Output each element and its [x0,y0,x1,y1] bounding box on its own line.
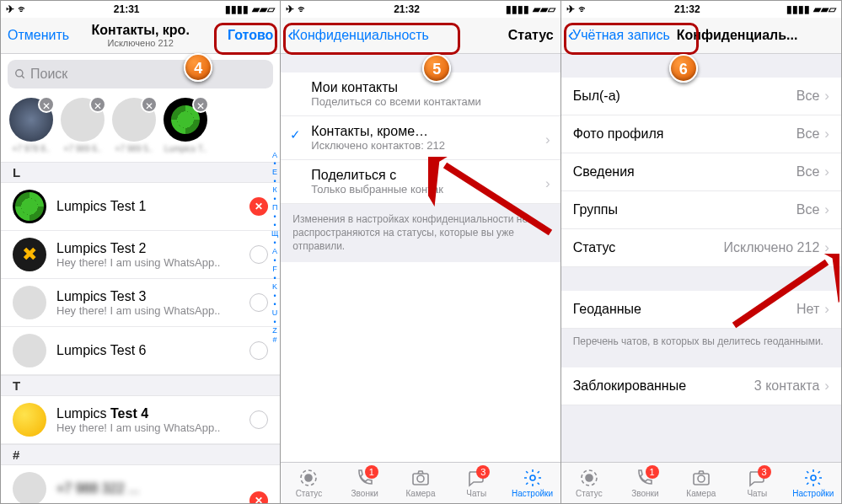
contact-row[interactable]: ✖︎ Lumpics Test 2Hey there! I am using W… [1,231,280,279]
status-time: 21:31 [114,3,140,15]
avatar: ✖︎ [13,238,46,271]
remove-icon: ✕ [38,96,55,113]
row-last-seen[interactable]: Был(-а)Все› [561,78,841,115]
selected-contact[interactable]: ✕Lumpics T.. [162,98,209,153]
tab-status[interactable]: Статус [561,463,617,503]
select-circle[interactable] [249,293,268,312]
svg-line-1 [22,76,24,78]
cancel-button[interactable]: Отменить [8,28,69,43]
nav-title: Контакты, кро. [91,23,189,38]
select-circle[interactable] [249,245,268,264]
svg-point-6 [530,475,535,480]
section-header: L [1,162,280,183]
tab-settings[interactable]: Настройки [504,463,560,503]
index-rail[interactable]: А•Е•К•П••Щ•А•F•K••U•Z# [271,151,278,345]
remove-icon: ✕ [192,96,209,113]
avatar [13,472,46,503]
airplane-icon: ✈︎ [6,3,14,15]
option-contacts-except[interactable]: ✓ Контакты, кроме…Исключено контактов: 2… [281,116,560,160]
tab-bar: Статус Звонки1 Камера Чаты3 Настройки [561,462,841,503]
selected-contact[interactable]: ✕+7 989 5.. [110,98,158,153]
svg-point-3 [305,475,312,481]
exclude-icon[interactable]: ✕ [249,491,268,503]
geo-note: Перечень чатов, в которых вы делитесь ге… [561,329,841,354]
back-button[interactable]: Учётная запись [572,28,670,43]
step-badge-6: 6 [669,54,698,83]
svg-point-10 [698,475,705,482]
remove-icon: ✕ [141,96,158,113]
row-live-location[interactable]: ГеоданныеНет› [561,291,841,329]
chevron-right-icon: › [824,88,829,105]
row-groups[interactable]: ГруппыВсе› [561,191,841,229]
tab-bar: Статус Звонки1 Камера Чаты3 Настройки [281,462,560,503]
tab-settings[interactable]: Настройки [786,463,841,503]
selected-contact[interactable]: ✕+7 989 6.. [59,98,106,153]
badge: 3 [476,465,490,479]
tab-chats[interactable]: Чаты3 [729,463,785,503]
status-bar: ✈︎ᯤ 21:32 ▮▮▮▮▰▰▱ [561,1,841,18]
privacy-note: Изменения в настройках конфиденциальност… [281,204,560,262]
row-about[interactable]: СведенияВсе› [561,153,841,191]
checkmark-icon: ✓ [290,127,301,142]
option-my-contacts[interactable]: Мои контактыПоделиться со всеми контакта… [281,72,560,116]
battery-icon: ▰▰▱ [252,3,275,15]
contact-row[interactable]: Lumpics Test 3Hey there! I am using What… [1,279,280,327]
row-status[interactable]: СтатусИсключено 212› [561,229,841,267]
section-header: T [1,375,280,396]
nav-subtitle: Исключено 212 [91,38,189,48]
contact-row[interactable]: Lumpics Test 4Hey there! I am using What… [1,396,280,444]
wifi-icon: ᯤ [18,3,28,15]
tab-calls[interactable]: Звонки1 [617,463,673,503]
selected-contacts-row: ✕+7 978 8.. ✕+7 989 6.. ✕+7 989 5.. ✕Lum… [1,94,280,162]
nav-title: Конфиденциаль... [677,28,798,43]
status-bar: ✈︎ᯤ 21:32 ▮▮▮▮▰▰▱ [281,1,560,18]
contact-row[interactable]: +7 988 322 ... ✕ [1,465,280,503]
tab-calls[interactable]: Звонки1 [337,463,393,503]
svg-point-5 [417,475,424,482]
avatar [13,403,46,437]
navbar: ‹ Учётная запись Конфиденциаль... [561,18,841,54]
tab-camera[interactable]: Камера [393,463,448,503]
section-header: # [1,444,280,465]
option-share-with[interactable]: Поделиться сТолько выбранные контак › [281,160,560,204]
exclude-icon[interactable]: ✕ [249,197,268,216]
selected-contact[interactable]: ✕+7 978 8.. [8,98,55,153]
pane-privacy-settings: ✈︎ᯤ 21:32 ▮▮▮▮▰▰▱ ‹ Учётная запись Конфи… [561,1,841,503]
contact-row[interactable]: Lumpics Test 6 [1,327,280,375]
remove-icon: ✕ [89,96,106,113]
contact-row[interactable]: Lumpics Test 1 ✕ [1,183,280,231]
select-circle[interactable] [249,341,268,360]
avatar [13,190,46,223]
tab-camera[interactable]: Камера [673,463,729,503]
navbar: ‹ Конфиденциальность Статус [281,18,560,54]
status-bar: ✈︎ᯤ 21:31 ▮▮▮▮▰▰▱ [1,1,280,18]
row-blocked[interactable]: Заблокированные3 контакта› [561,367,841,405]
avatar [13,286,46,319]
avatar [13,334,46,367]
pane-contacts-except: ✈︎ᯤ 21:31 ▮▮▮▮▰▰▱ Отменить Контакты, кро… [1,1,281,503]
done-button[interactable]: Готово [228,28,273,43]
navbar: Отменить Контакты, кро. Исключено 212 Го… [1,18,280,54]
nav-title: Статус [508,28,554,43]
tab-chats[interactable]: Чаты3 [448,463,504,503]
pane-status-privacy: ✈︎ᯤ 21:32 ▮▮▮▮▰▰▱ ‹ Конфиденциальность С… [281,1,560,503]
svg-point-0 [16,70,23,77]
search-input[interactable]: Поиск [8,60,273,88]
tab-status[interactable]: Статус [281,463,336,503]
svg-point-11 [811,475,816,480]
row-profile-photo[interactable]: Фото профиляВсе› [561,115,841,153]
badge: 1 [365,465,378,479]
chevron-right-icon: › [545,175,550,192]
select-circle[interactable] [249,410,268,429]
svg-point-8 [586,475,593,481]
chevron-right-icon: › [545,131,550,148]
back-button[interactable]: Конфиденциальность [292,28,429,43]
